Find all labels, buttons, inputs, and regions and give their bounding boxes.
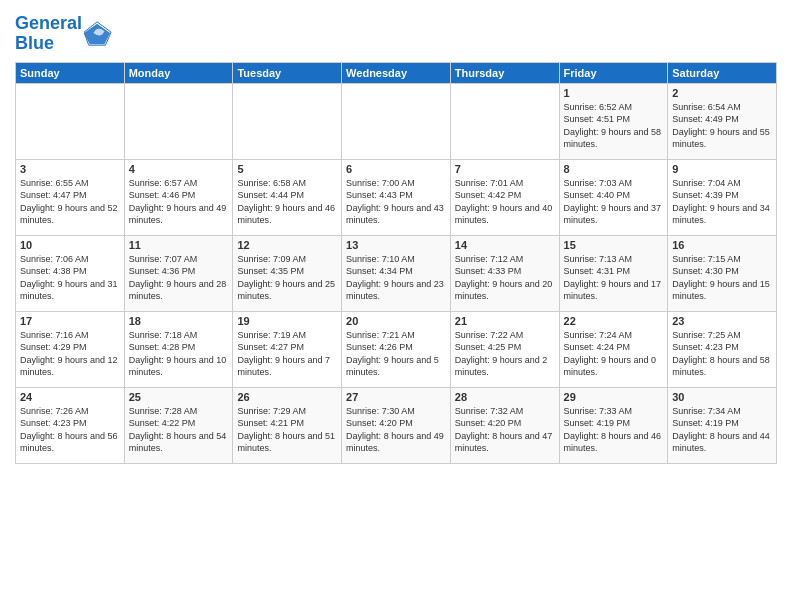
day-number: 4 <box>129 163 229 175</box>
day-number: 7 <box>455 163 555 175</box>
calendar-cell: 10Sunrise: 7:06 AM Sunset: 4:38 PM Dayli… <box>16 235 125 311</box>
day-info: Sunrise: 6:52 AM Sunset: 4:51 PM Dayligh… <box>564 101 664 151</box>
day-info: Sunrise: 6:58 AM Sunset: 4:44 PM Dayligh… <box>237 177 337 227</box>
calendar-week-row: 1Sunrise: 6:52 AM Sunset: 4:51 PM Daylig… <box>16 83 777 159</box>
day-number: 25 <box>129 391 229 403</box>
calendar-table: SundayMondayTuesdayWednesdayThursdayFrid… <box>15 62 777 464</box>
day-number: 5 <box>237 163 337 175</box>
day-info: Sunrise: 7:25 AM Sunset: 4:23 PM Dayligh… <box>672 329 772 379</box>
logo-icon <box>84 20 112 48</box>
calendar-cell <box>16 83 125 159</box>
calendar-cell: 16Sunrise: 7:15 AM Sunset: 4:30 PM Dayli… <box>668 235 777 311</box>
day-number: 9 <box>672 163 772 175</box>
calendar-cell: 15Sunrise: 7:13 AM Sunset: 4:31 PM Dayli… <box>559 235 668 311</box>
calendar-cell <box>124 83 233 159</box>
day-info: Sunrise: 7:34 AM Sunset: 4:19 PM Dayligh… <box>672 405 772 455</box>
day-number: 15 <box>564 239 664 251</box>
logo-text: GeneralBlue <box>15 14 82 54</box>
day-info: Sunrise: 7:09 AM Sunset: 4:35 PM Dayligh… <box>237 253 337 303</box>
calendar-cell: 12Sunrise: 7:09 AM Sunset: 4:35 PM Dayli… <box>233 235 342 311</box>
calendar-cell: 19Sunrise: 7:19 AM Sunset: 4:27 PM Dayli… <box>233 311 342 387</box>
day-info: Sunrise: 7:01 AM Sunset: 4:42 PM Dayligh… <box>455 177 555 227</box>
day-info: Sunrise: 7:21 AM Sunset: 4:26 PM Dayligh… <box>346 329 446 379</box>
calendar-cell: 20Sunrise: 7:21 AM Sunset: 4:26 PM Dayli… <box>342 311 451 387</box>
day-info: Sunrise: 7:32 AM Sunset: 4:20 PM Dayligh… <box>455 405 555 455</box>
day-info: Sunrise: 7:29 AM Sunset: 4:21 PM Dayligh… <box>237 405 337 455</box>
day-number: 8 <box>564 163 664 175</box>
calendar-cell <box>342 83 451 159</box>
calendar-cell: 28Sunrise: 7:32 AM Sunset: 4:20 PM Dayli… <box>450 387 559 463</box>
calendar-cell: 29Sunrise: 7:33 AM Sunset: 4:19 PM Dayli… <box>559 387 668 463</box>
day-header-monday: Monday <box>124 62 233 83</box>
calendar-cell: 11Sunrise: 7:07 AM Sunset: 4:36 PM Dayli… <box>124 235 233 311</box>
day-number: 18 <box>129 315 229 327</box>
calendar-cell: 4Sunrise: 6:57 AM Sunset: 4:46 PM Daylig… <box>124 159 233 235</box>
calendar-cell: 27Sunrise: 7:30 AM Sunset: 4:20 PM Dayli… <box>342 387 451 463</box>
day-number: 1 <box>564 87 664 99</box>
day-number: 2 <box>672 87 772 99</box>
calendar-week-row: 17Sunrise: 7:16 AM Sunset: 4:29 PM Dayli… <box>16 311 777 387</box>
day-header-saturday: Saturday <box>668 62 777 83</box>
calendar-cell: 25Sunrise: 7:28 AM Sunset: 4:22 PM Dayli… <box>124 387 233 463</box>
day-info: Sunrise: 7:30 AM Sunset: 4:20 PM Dayligh… <box>346 405 446 455</box>
day-header-friday: Friday <box>559 62 668 83</box>
day-header-tuesday: Tuesday <box>233 62 342 83</box>
day-number: 14 <box>455 239 555 251</box>
calendar-cell <box>450 83 559 159</box>
calendar-week-row: 10Sunrise: 7:06 AM Sunset: 4:38 PM Dayli… <box>16 235 777 311</box>
calendar-cell: 6Sunrise: 7:00 AM Sunset: 4:43 PM Daylig… <box>342 159 451 235</box>
logo: GeneralBlue <box>15 14 112 54</box>
calendar-cell: 30Sunrise: 7:34 AM Sunset: 4:19 PM Dayli… <box>668 387 777 463</box>
day-number: 20 <box>346 315 446 327</box>
day-info: Sunrise: 6:55 AM Sunset: 4:47 PM Dayligh… <box>20 177 120 227</box>
calendar-cell: 8Sunrise: 7:03 AM Sunset: 4:40 PM Daylig… <box>559 159 668 235</box>
calendar-cell <box>233 83 342 159</box>
day-number: 24 <box>20 391 120 403</box>
day-info: Sunrise: 7:07 AM Sunset: 4:36 PM Dayligh… <box>129 253 229 303</box>
day-number: 6 <box>346 163 446 175</box>
day-number: 16 <box>672 239 772 251</box>
day-number: 30 <box>672 391 772 403</box>
calendar-cell: 14Sunrise: 7:12 AM Sunset: 4:33 PM Dayli… <box>450 235 559 311</box>
day-number: 10 <box>20 239 120 251</box>
day-header-sunday: Sunday <box>16 62 125 83</box>
day-number: 21 <box>455 315 555 327</box>
day-info: Sunrise: 7:03 AM Sunset: 4:40 PM Dayligh… <box>564 177 664 227</box>
calendar-cell: 13Sunrise: 7:10 AM Sunset: 4:34 PM Dayli… <box>342 235 451 311</box>
day-info: Sunrise: 6:57 AM Sunset: 4:46 PM Dayligh… <box>129 177 229 227</box>
day-info: Sunrise: 7:19 AM Sunset: 4:27 PM Dayligh… <box>237 329 337 379</box>
day-number: 23 <box>672 315 772 327</box>
day-number: 22 <box>564 315 664 327</box>
calendar-cell: 3Sunrise: 6:55 AM Sunset: 4:47 PM Daylig… <box>16 159 125 235</box>
day-info: Sunrise: 7:24 AM Sunset: 4:24 PM Dayligh… <box>564 329 664 379</box>
calendar-cell: 23Sunrise: 7:25 AM Sunset: 4:23 PM Dayli… <box>668 311 777 387</box>
calendar-page: GeneralBlue SundayMondayTuesdayWednesday… <box>0 0 792 612</box>
calendar-cell: 5Sunrise: 6:58 AM Sunset: 4:44 PM Daylig… <box>233 159 342 235</box>
day-number: 28 <box>455 391 555 403</box>
day-info: Sunrise: 7:15 AM Sunset: 4:30 PM Dayligh… <box>672 253 772 303</box>
day-info: Sunrise: 7:16 AM Sunset: 4:29 PM Dayligh… <box>20 329 120 379</box>
day-header-wednesday: Wednesday <box>342 62 451 83</box>
calendar-cell: 17Sunrise: 7:16 AM Sunset: 4:29 PM Dayli… <box>16 311 125 387</box>
calendar-cell: 26Sunrise: 7:29 AM Sunset: 4:21 PM Dayli… <box>233 387 342 463</box>
calendar-cell: 21Sunrise: 7:22 AM Sunset: 4:25 PM Dayli… <box>450 311 559 387</box>
calendar-cell: 1Sunrise: 6:52 AM Sunset: 4:51 PM Daylig… <box>559 83 668 159</box>
calendar-cell: 2Sunrise: 6:54 AM Sunset: 4:49 PM Daylig… <box>668 83 777 159</box>
calendar-header-row: SundayMondayTuesdayWednesdayThursdayFrid… <box>16 62 777 83</box>
day-info: Sunrise: 7:18 AM Sunset: 4:28 PM Dayligh… <box>129 329 229 379</box>
day-info: Sunrise: 7:00 AM Sunset: 4:43 PM Dayligh… <box>346 177 446 227</box>
calendar-cell: 18Sunrise: 7:18 AM Sunset: 4:28 PM Dayli… <box>124 311 233 387</box>
day-number: 11 <box>129 239 229 251</box>
day-info: Sunrise: 7:26 AM Sunset: 4:23 PM Dayligh… <box>20 405 120 455</box>
day-info: Sunrise: 7:04 AM Sunset: 4:39 PM Dayligh… <box>672 177 772 227</box>
day-info: Sunrise: 6:54 AM Sunset: 4:49 PM Dayligh… <box>672 101 772 151</box>
day-number: 17 <box>20 315 120 327</box>
day-number: 27 <box>346 391 446 403</box>
day-number: 3 <box>20 163 120 175</box>
day-info: Sunrise: 7:12 AM Sunset: 4:33 PM Dayligh… <box>455 253 555 303</box>
day-info: Sunrise: 7:22 AM Sunset: 4:25 PM Dayligh… <box>455 329 555 379</box>
day-info: Sunrise: 7:10 AM Sunset: 4:34 PM Dayligh… <box>346 253 446 303</box>
day-number: 19 <box>237 315 337 327</box>
day-info: Sunrise: 7:13 AM Sunset: 4:31 PM Dayligh… <box>564 253 664 303</box>
calendar-cell: 24Sunrise: 7:26 AM Sunset: 4:23 PM Dayli… <box>16 387 125 463</box>
